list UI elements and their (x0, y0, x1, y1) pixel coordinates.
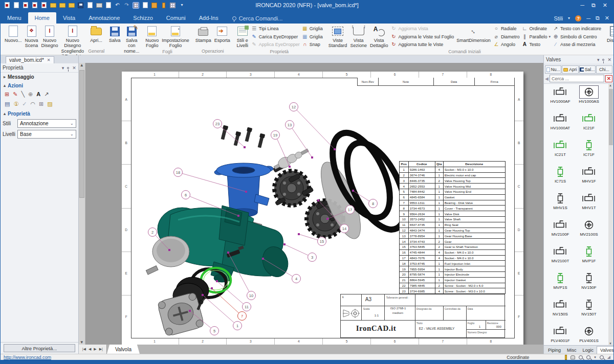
arc-icon[interactable]: ◠ (31, 100, 36, 107)
vista-sezione-button[interactable]: Vista Sezione (348, 25, 368, 49)
redo-icon[interactable]: ↷ (123, 2, 130, 9)
catalog-item[interactable]: NV150F (575, 272, 603, 299)
catalog-item[interactable]: IC71F (575, 139, 603, 166)
esporta-button[interactable]: Esporta (213, 25, 232, 49)
tab-piping[interactable]: Piping (545, 347, 564, 354)
catalog-item[interactable]: IC21T (546, 139, 575, 166)
carica-eyedropper-button[interactable]: ✎Carica EyeDropper (251, 33, 300, 40)
catalog-save-button[interactable]: Sal... (579, 65, 596, 74)
catalog-item[interactable]: PLV4001F (546, 325, 575, 345)
catalog-item[interactable]: MVP1F (575, 245, 603, 272)
balloon-tool-icon[interactable]: ① (13, 100, 18, 107)
salva-button[interactable]: Salva (107, 25, 122, 54)
catalog-item[interactable]: MHV1S (546, 192, 575, 219)
close-button[interactable]: ✕ (603, 2, 607, 9)
ruler-icon[interactable] (565, 355, 567, 360)
apri-button[interactable]: Apri... (89, 25, 104, 49)
maximize-button[interactable]: ⧉ (591, 2, 596, 9)
doc-minimize-button[interactable]: ─ (586, 15, 590, 21)
last-sheet-icon[interactable]: ▶| (99, 347, 103, 351)
catalog-item[interactable]: HV1000AF (546, 86, 575, 112)
catalog-item[interactable]: PLV4001S (575, 325, 603, 345)
applica-eyedropper-button[interactable]: ✎Applica EyeDropper (251, 41, 300, 48)
leader-icon[interactable]: ↗ (44, 90, 49, 98)
clipboard-icon[interactable] (142, 2, 148, 9)
new-drawing-icon[interactable] (31, 2, 38, 9)
griglia-button[interactable]: ▦Griglia (302, 25, 323, 32)
nuova-scena-button[interactable]: Nuova Scena (24, 25, 40, 59)
nuovo-disegno-button[interactable]: Nuovo Disegno (40, 25, 60, 59)
resize-grip[interactable]: ◢ (607, 355, 610, 359)
cell-icon[interactable]: ⊞ (39, 100, 43, 107)
undo-icon[interactable]: ↶ (114, 2, 121, 9)
pan-hand-icon[interactable] (571, 355, 575, 359)
qat-overflow-icon[interactable]: ▾ (179, 2, 185, 9)
check-icon[interactable]: ✓ (22, 100, 27, 107)
aggiorna-vista-button[interactable]: ↻Aggiorna Vista (390, 25, 454, 32)
section-messaggio[interactable]: ▸Messaggio (1, 73, 78, 81)
catalog-scrollbar[interactable] (608, 84, 613, 345)
ordinate-button[interactable]: ∟Ordinate (521, 25, 551, 32)
vertical-scrollbar[interactable]: ▲▼ (79, 63, 85, 345)
viste-standard-button[interactable]: Viste Standard (327, 25, 349, 49)
save-icon[interactable] (77, 2, 84, 9)
print-icon[interactable] (96, 2, 102, 9)
nuovo-foglio-button[interactable]: Nuovo Foglio (144, 25, 160, 49)
catalog-item[interactable]: MHV1T (575, 192, 603, 219)
ironcad-link[interactable]: http://www.ironcad.com (4, 355, 51, 360)
stili-chevron-icon[interactable]: ▾ (568, 16, 570, 20)
next-sheet-icon[interactable]: ▶ (94, 347, 96, 351)
new-scene-icon[interactable] (22, 2, 29, 9)
stili-livelli-button[interactable]: Stili e Livelli (235, 25, 250, 49)
app-icon[interactable] (4, 2, 10, 9)
panel-close-icon[interactable]: ✕ (607, 57, 611, 62)
catalog-close-button[interactable]: Chi... (596, 65, 612, 74)
bom-list-icon[interactable]: ▤ (5, 100, 10, 107)
doc-tab-close-icon[interactable]: ✕ (47, 58, 51, 62)
impostazione-foglio-button[interactable]: Impostazione Foglio (160, 25, 191, 49)
livelli-select[interactable]: Base⌄ (17, 130, 76, 139)
tab-comuni[interactable]: Comuni (160, 12, 192, 24)
tab-menu[interactable]: Menu (1, 12, 28, 24)
angolo-button[interactable]: ∠Angolo (493, 41, 520, 48)
parallelo-button[interactable]: ∥Parallelo▾ (521, 33, 551, 40)
catalog-search-input[interactable]: Cerca ... (550, 75, 604, 82)
copy-icon[interactable] (105, 2, 112, 9)
doc-restore-button[interactable]: ⧉ (596, 15, 600, 21)
radiale-button[interactable]: ○Radiale (493, 25, 520, 32)
tab-addins[interactable]: Add-Ins (192, 12, 225, 24)
tab-schizzo[interactable]: Schizzo (126, 12, 160, 24)
catalog-item[interactable]: IC21F (575, 112, 603, 139)
tab-vista[interactable]: Vista (56, 12, 82, 24)
aggiorna-tutte-viste-button[interactable]: ↻Aggiorna tutte le Viste (390, 41, 454, 48)
new-document-icon[interactable] (13, 2, 19, 9)
catalog-item[interactable]: MV2100F (546, 219, 575, 245)
tipi-linea-button[interactable]: ☰Tipi Linea (251, 25, 300, 32)
drawing-viewport[interactable]: ▲▼ 12345678 12345678 ABCDEF ABCDEF (79, 63, 543, 345)
prev-sheet-icon[interactable]: ◀ (89, 347, 91, 351)
clear-search-icon[interactable]: ✕ (605, 75, 612, 82)
minimize-button[interactable]: ─ (580, 2, 584, 9)
document-tab[interactable]: valve_bom.icd* ✕ (6, 56, 54, 63)
testo-button[interactable]: ATesto (521, 41, 551, 48)
smartdimension-button[interactable]: ↔SmartDimension (455, 25, 492, 49)
distinta-button[interactable]: Distinta (605, 25, 614, 54)
scroll-thumb[interactable] (79, 70, 84, 198)
panel-close-icon[interactable]: ✕ (72, 65, 76, 71)
tab-misc[interactable]: Misc (564, 347, 580, 354)
import-icon[interactable] (68, 2, 75, 9)
tab-valves[interactable]: Valves (597, 346, 614, 354)
simbolo-centro-button[interactable]: ⊕Simbolo di Centro (553, 33, 601, 40)
panel-menu-icon[interactable]: ▾ (597, 57, 600, 62)
table-tool-icon[interactable] (169, 2, 176, 9)
doc-close-button[interactable]: ✕ (605, 15, 609, 21)
scroll-up-icon[interactable]: ▲ (80, 63, 84, 67)
asse-mezzeria-button[interactable]: ∕Asse di mezzeria (553, 41, 601, 48)
update-view-icon[interactable] (133, 2, 139, 9)
testo-indicatore-button[interactable]: ↗Testo con indicatore (553, 25, 601, 32)
shape-icon[interactable] (151, 2, 158, 9)
pin-icon[interactable] (602, 59, 604, 61)
stampa-button[interactable]: Stampa (194, 25, 213, 49)
catalog-item[interactable]: MHV1F (575, 166, 603, 192)
pin-icon[interactable] (67, 67, 69, 69)
